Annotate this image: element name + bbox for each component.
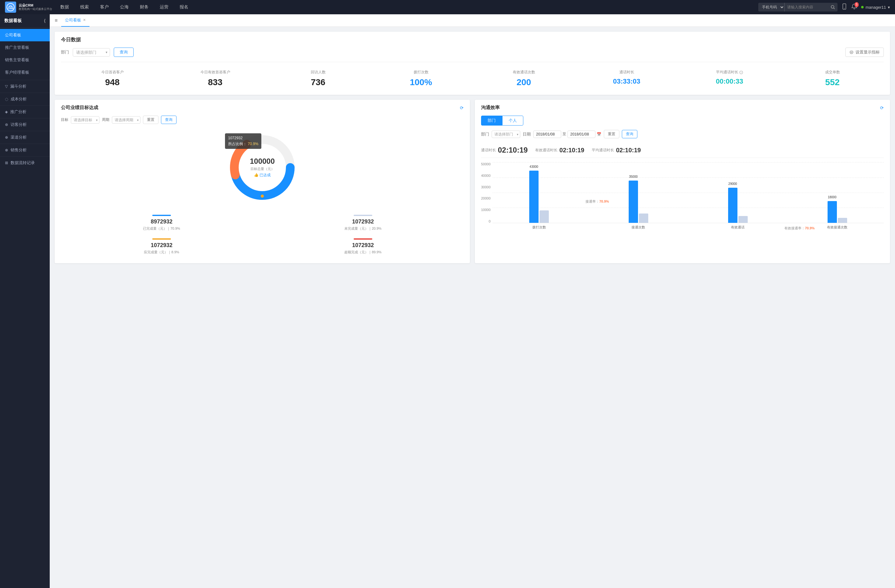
comm-dept-select-wrapper: 请选择部门: [491, 130, 520, 138]
tabs-bar: ≡ 公司看板 ✕: [50, 14, 895, 27]
settings-display-button[interactable]: 设置显示指标: [845, 47, 884, 57]
main-content: ≡ 公司看板 ✕ 今日数据 部门 请选择部门: [50, 14, 895, 588]
bar-group-effective: 29000: [691, 188, 784, 223]
tab-menu-icon[interactable]: ≡: [55, 18, 58, 23]
bar-eff-connect-blue: 18000: [828, 201, 837, 223]
nav-leads[interactable]: 线索: [74, 0, 94, 14]
uncompleted-desc: 未完成量（元）｜20.9%: [267, 226, 459, 231]
bar-gray: [738, 216, 748, 223]
bar-blue: [828, 201, 837, 223]
nav-public-sea[interactable]: 公海: [114, 0, 134, 14]
goal-metric-should-complete: 1072932 应完成量（元）｜8.9%: [61, 235, 262, 258]
uncompleted-bar: [353, 215, 372, 216]
sidebar-data-flow[interactable]: ⊞ 数据流转记录: [0, 156, 50, 169]
sidebar-group-title: 数据看板: [5, 18, 22, 24]
metric-label: 通话时长: [576, 70, 677, 75]
sidebar-item-marketing-board[interactable]: 推广主管看板: [0, 41, 50, 54]
page-content: 今日数据 部门 请选择部门 查询: [50, 27, 895, 588]
avg-duration-label: 平均通话时长: [592, 148, 614, 153]
comm-dept-select[interactable]: 请选择部门: [491, 130, 520, 138]
metric-label: 平均通话时长 ?: [679, 70, 780, 75]
user-info[interactable]: manager11 ▾: [861, 5, 890, 10]
sidebar-cost-analysis[interactable]: ◌ 成本分析: [0, 92, 50, 105]
svg-point-13: [261, 194, 264, 198]
period-label: 周期: [102, 117, 109, 123]
y-label-20000: 20000: [481, 196, 491, 200]
bar-group-bars: 35000: [629, 180, 648, 223]
uncompleted-value: 1072932: [267, 218, 459, 225]
today-query-button[interactable]: 查询: [114, 47, 133, 57]
goals-filter: 目标 请选择目标 周期 请选择周期 重置: [61, 116, 464, 124]
target-select-wrapper: 请选择目标: [71, 116, 99, 124]
comm-query-button[interactable]: 查询: [622, 130, 637, 138]
nav-operations[interactable]: 运营: [154, 0, 174, 14]
business-goals-card: 公司业绩目标达成 ⟳ 目标 请选择目标 周期 请选择: [55, 100, 470, 263]
svg-text:CRM: CRM: [8, 7, 14, 10]
sidebar-item-sales-board[interactable]: 销售主管看板: [0, 54, 50, 66]
sidebar-channel-analysis[interactable]: ⊕ 渠道分析: [0, 131, 50, 144]
tab-close-icon[interactable]: ✕: [83, 18, 86, 22]
metric-dial-count: 拨打次数 100%: [370, 67, 472, 90]
sidebar-collapse-icon[interactable]: ⟨: [44, 18, 46, 23]
svg-point-6: [850, 51, 853, 54]
effective-duration-value: 02:10:19: [560, 147, 584, 154]
bar-group-connect: 35000 接通率：70.9%: [592, 180, 685, 223]
dept-select[interactable]: 请选择部门: [73, 48, 110, 56]
comm-tab-individual[interactable]: 个人: [502, 116, 523, 126]
search-input[interactable]: [785, 3, 828, 12]
y-label-50000: 50000: [481, 162, 491, 166]
goals-reset-button[interactable]: 重置: [143, 116, 158, 124]
sidebar-sales-analysis[interactable]: ⊗ 销售分析: [0, 144, 50, 156]
connect-rate-value: 70.9%: [599, 200, 609, 203]
call-duration-label: 通话时长: [481, 148, 496, 153]
goal-metric-over-complete: 1072932 超额完成（元）｜89.9%: [262, 235, 464, 258]
nav-enrollment[interactable]: 报名: [174, 0, 194, 14]
date-from-input[interactable]: [533, 130, 561, 138]
mobile-icon[interactable]: [841, 3, 848, 11]
sidebar-item-account-board[interactable]: 客户经理看板: [0, 66, 50, 79]
date-separator: 至: [563, 132, 566, 137]
x-axis-labels: 拨打次数 接通次数 有效通话 有效接通次数: [493, 225, 884, 230]
nav-data[interactable]: 数据: [55, 0, 74, 14]
dept-select-wrapper: 请选择部门: [73, 48, 110, 56]
target-select[interactable]: 请选择目标: [71, 116, 99, 124]
metrics-grid: 今日首咨客户 948 今日有效首咨客户 833 回访人数 736 拨打次数 10…: [61, 62, 884, 90]
sidebar-funnel-analysis[interactable]: ▽ 漏斗分析: [0, 80, 50, 92]
goals-query-button[interactable]: 查询: [161, 116, 176, 124]
nav-right: 手机号码 5 manager11: [758, 3, 890, 12]
refresh-icon[interactable]: ⟳: [460, 105, 464, 110]
goal-metric-completed: 8972932 已完成量（元）｜70.9%: [61, 211, 262, 235]
sidebar: 数据看板 ⟨ 公司看板 推广主管看板 销售主管看板 客户经理看板 ▽ 漏斗分析 …: [0, 14, 50, 588]
sidebar-visitor-analysis[interactable]: ⊛ 访客分析: [0, 118, 50, 131]
bar-connect-blue: 35000: [629, 180, 638, 223]
sidebar-item-company-board[interactable]: 公司看板: [0, 29, 50, 41]
logo-subtitle: 教育机构一站式服务云平台: [19, 8, 52, 11]
comm-refresh-icon[interactable]: ⟳: [880, 105, 884, 110]
comm-dept-label: 部门: [481, 132, 489, 137]
stat-avg-duration: 平均通话时长 02:10:19: [592, 147, 641, 154]
sidebar-marketing-analysis[interactable]: ◈ 推广分析: [0, 105, 50, 118]
date-to-input[interactable]: [567, 130, 595, 138]
online-status-dot: [861, 6, 864, 8]
metric-label: 今日首咨客户: [62, 70, 162, 75]
bar-blue: [529, 171, 539, 223]
search-type-select[interactable]: 手机号码: [758, 3, 785, 12]
search-button[interactable]: [828, 3, 837, 12]
panel-title: 公司业绩目标达成: [61, 105, 98, 111]
nav-finance[interactable]: 财务: [134, 0, 154, 14]
filter-left: 部门 请选择部门 查询: [61, 47, 133, 57]
nav-customers[interactable]: 客户: [94, 0, 114, 14]
comm-panel-header: 沟通效率 ⟳: [481, 105, 884, 111]
svg-text:👍 已达成: 👍 已达成: [254, 173, 271, 177]
logo-name: 云朵CRM: [19, 3, 52, 8]
metric-value: 552: [782, 77, 883, 87]
notification-badge: 5: [855, 2, 859, 7]
calendar-icon[interactable]: 📅: [597, 132, 601, 136]
metric-value: 948: [62, 77, 162, 87]
comm-reset-button[interactable]: 重置: [604, 130, 619, 138]
tab-company-board[interactable]: 公司看板 ✕: [61, 14, 90, 27]
comm-tab-dept[interactable]: 部门: [481, 116, 502, 126]
bar-group-dial: 43000: [493, 171, 586, 223]
period-select[interactable]: 请选择周期: [112, 116, 141, 124]
notification-bell[interactable]: 5: [851, 3, 857, 11]
